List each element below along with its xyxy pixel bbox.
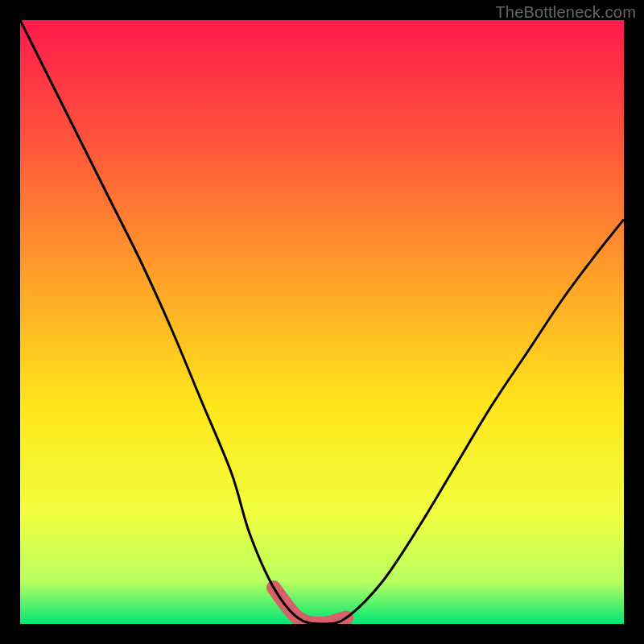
chart-svg — [20, 20, 624, 624]
gradient-background — [20, 20, 624, 624]
chart-area — [20, 20, 624, 624]
outer-frame: TheBottleneck.com — [0, 0, 644, 644]
watermark-text: TheBottleneck.com — [495, 3, 636, 22]
